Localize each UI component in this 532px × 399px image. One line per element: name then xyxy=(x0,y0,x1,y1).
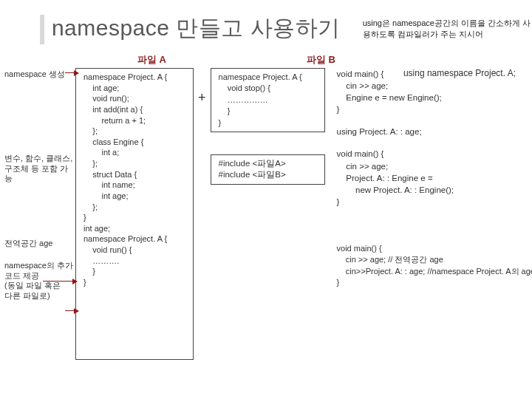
example-main-2: void main() { cin >> age; Project. A: : … xyxy=(337,148,499,207)
arrow-icon xyxy=(43,281,77,282)
header-file-a: 파일 A xyxy=(137,53,166,66)
note-global-age: 전역공간 age xyxy=(4,239,75,249)
example-using-age: using Project. A: : age; xyxy=(337,126,499,137)
file-b-code: namespace Project. A { void stop() { ………… xyxy=(211,68,325,132)
left-annotations: namespace 생성 변수, 함수, 클래스, 구조체 등 포함 가능 전역… xyxy=(4,68,75,313)
plus-symbol: + xyxy=(194,90,211,106)
file-a-code: namespace Project. A { int age; void run… xyxy=(75,68,194,360)
arrow-icon xyxy=(65,310,78,311)
right-examples: void main() { cin >> age; Engine e = new… xyxy=(337,68,499,299)
title-accent-bar xyxy=(40,15,44,44)
example-main-3: void main() { cin >> age; // 전역공간 age ci… xyxy=(337,243,499,289)
content-columns: namespace 생성 변수, 함수, 클래스, 구조체 등 포함 가능 전역… xyxy=(0,66,532,360)
file-headers: 파일 A 파일 B xyxy=(0,53,532,66)
example-main-1: void main() { cin >> age; Engine e = new… xyxy=(337,68,499,115)
using-note: using은 namespace공간의 이름을 간소하게 사용하도록 컴파일러가… xyxy=(363,18,532,40)
page-title: namespace 만들고 사용하기 xyxy=(52,13,341,44)
header-file-b: 파일 B xyxy=(307,53,335,66)
file-b-column: namespace Project. A { void stop() { ………… xyxy=(211,68,325,185)
include-code: #include <파일A> #include <파일B> xyxy=(211,154,325,185)
title-row: namespace 만들고 사용하기 using은 namespace공간의 이… xyxy=(0,0,532,47)
note-includes: 변수, 함수, 클래스, 구조체 등 포함 가능 xyxy=(4,154,75,184)
note-namespace-create: namespace 생성 xyxy=(4,69,75,80)
arrow-icon xyxy=(65,72,78,73)
